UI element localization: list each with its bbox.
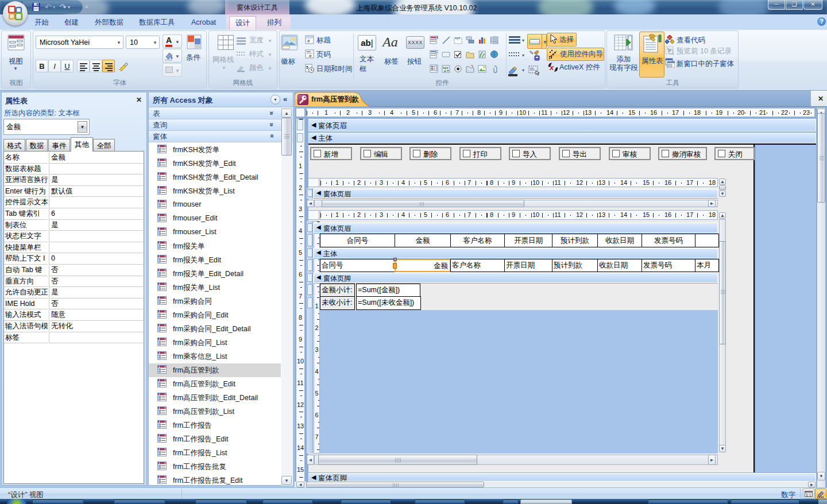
- svg-text:5: 5: [306, 65, 308, 69]
- svg-text:#: #: [309, 53, 312, 59]
- svg-text:xyz: xyz: [443, 66, 449, 69]
- svg-text:xyz: xyz: [455, 36, 460, 40]
- svg-text:x: x: [549, 63, 554, 72]
- svg-text:#: #: [307, 38, 310, 44]
